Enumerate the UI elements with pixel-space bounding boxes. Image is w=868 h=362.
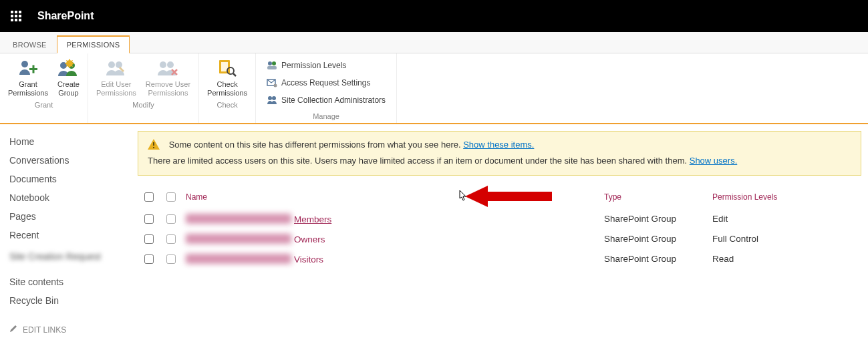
ribbon-group-label-grant: Grant bbox=[35, 100, 53, 110]
notice-line2-text: There are limited access users on this s… bbox=[148, 156, 690, 166]
group-link-owners[interactable]: Owners bbox=[294, 234, 325, 244]
tab-browse[interactable]: BROWSE bbox=[3, 36, 57, 53]
row-secondary-checkbox[interactable] bbox=[166, 234, 176, 244]
svg-point-18 bbox=[268, 96, 272, 100]
access-request-settings-link[interactable]: Access Request Settings bbox=[264, 75, 388, 91]
edit-links-button[interactable]: EDIT LINKS bbox=[9, 319, 138, 340]
svg-point-14 bbox=[272, 61, 276, 65]
check-label-2: Permissions bbox=[207, 89, 247, 98]
sidebar-item-home[interactable]: Home bbox=[9, 132, 138, 151]
show-these-items-link[interactable]: Show these items. bbox=[463, 140, 534, 150]
brand-title: SharePoint bbox=[37, 10, 94, 22]
remove-user-permissions-button[interactable]: Remove User Permissions bbox=[143, 56, 193, 98]
edit-user-label-2: Permissions bbox=[96, 89, 136, 98]
sidebar-item-conversations[interactable]: Conversations bbox=[9, 151, 138, 170]
ribbon-group-modify: Edit User Permissions Remove User Permis… bbox=[88, 53, 199, 123]
row-checkbox[interactable] bbox=[144, 214, 154, 224]
show-users-link[interactable]: Show users. bbox=[690, 156, 738, 166]
remove-user-label-1: Remove User bbox=[146, 80, 190, 89]
suite-bar: SharePoint bbox=[0, 0, 868, 32]
svg-point-7 bbox=[160, 61, 166, 68]
select-all-secondary-checkbox[interactable] bbox=[166, 192, 176, 202]
check-label-1: Check bbox=[216, 80, 237, 89]
row-secondary-checkbox[interactable] bbox=[166, 254, 176, 264]
svg-point-6 bbox=[116, 61, 122, 68]
row-type: SharePoint Group bbox=[600, 249, 708, 269]
sidebar-item-pages[interactable]: Pages bbox=[9, 207, 138, 226]
sidebar-item-recent[interactable]: Recent bbox=[9, 226, 138, 244]
table-row: MembersSharePoint GroupEdit bbox=[138, 209, 861, 229]
access-request-icon bbox=[267, 77, 277, 88]
pencil-icon bbox=[9, 325, 17, 335]
svg-point-13 bbox=[268, 61, 272, 65]
permissions-table: Name Type Permission Levels MembersShare… bbox=[138, 188, 861, 269]
row-secondary-checkbox[interactable] bbox=[166, 214, 176, 224]
sidebar-item-recycle-bin[interactable]: Recycle Bin bbox=[9, 291, 138, 310]
svg-rect-20 bbox=[153, 142, 154, 146]
check-permissions-icon bbox=[216, 57, 238, 79]
svg-line-12 bbox=[233, 73, 236, 76]
sidebar-item-documents[interactable]: Documents bbox=[9, 170, 138, 188]
ribbon-group-check: Check Permissions Check bbox=[199, 53, 256, 123]
col-header-perm[interactable]: Permission Levels bbox=[708, 188, 861, 209]
sidebar-item-site-creation-request[interactable]: Site Creation Request bbox=[9, 247, 138, 266]
grant-permissions-label-1: Grant bbox=[19, 80, 37, 89]
row-permission-level: Edit bbox=[708, 209, 861, 229]
grant-permissions-icon bbox=[17, 57, 39, 79]
edit-links-label: EDIT LINKS bbox=[23, 325, 66, 335]
create-group-label-1: Create bbox=[57, 80, 80, 89]
svg-point-17 bbox=[274, 84, 277, 87]
table-row: OwnersSharePoint GroupFull Control bbox=[138, 229, 861, 249]
svg-rect-15 bbox=[267, 66, 277, 69]
waffle-icon bbox=[11, 11, 21, 21]
permission-levels-link[interactable]: Permission Levels bbox=[264, 57, 388, 73]
table-row: VisitorsSharePoint GroupRead bbox=[138, 249, 861, 269]
group-link-visitors[interactable]: Visitors bbox=[294, 254, 323, 264]
edit-user-permissions-button[interactable]: Edit User Permissions bbox=[94, 56, 139, 98]
group-link-members[interactable]: Members bbox=[294, 214, 331, 224]
permissions-notice: Some content on this site has different … bbox=[138, 131, 861, 176]
site-collection-admins-link[interactable]: Site Collection Administrators bbox=[264, 92, 388, 108]
ribbon-group-manage: Permission Levels Access Request Setting… bbox=[256, 53, 397, 123]
row-permission-level: Read bbox=[708, 249, 861, 269]
notice-line1-text: Some content on this site has different … bbox=[169, 140, 464, 150]
group-name-redacted bbox=[186, 254, 291, 264]
check-permissions-button[interactable]: Check Permissions bbox=[204, 56, 250, 98]
sidebar-item-notebook[interactable]: Notebook bbox=[9, 188, 138, 207]
ribbon-group-label-check: Check bbox=[216, 100, 237, 110]
grant-permissions-label-2: Permissions bbox=[8, 89, 48, 98]
remove-user-label-2: Permissions bbox=[148, 89, 188, 98]
row-checkbox[interactable] bbox=[144, 254, 154, 264]
col-header-type[interactable]: Type bbox=[600, 188, 708, 209]
edit-user-label-1: Edit User bbox=[101, 80, 131, 89]
sidebar-item-site-contents[interactable]: Site contents bbox=[9, 273, 138, 291]
edit-user-icon bbox=[106, 57, 127, 79]
grant-permissions-button[interactable]: Grant Permissions bbox=[5, 56, 51, 98]
select-all-checkbox[interactable] bbox=[144, 192, 154, 202]
svg-rect-2 bbox=[32, 65, 34, 73]
svg-point-19 bbox=[272, 96, 276, 100]
group-name-redacted bbox=[186, 234, 291, 244]
app-launcher-button[interactable] bbox=[0, 0, 32, 32]
row-permission-level: Full Control bbox=[708, 229, 861, 249]
create-group-label-2: Group bbox=[58, 89, 79, 98]
remove-user-icon bbox=[157, 57, 178, 79]
ribbon-tabstrip: BROWSE PERMISSIONS bbox=[0, 32, 868, 53]
main-content: Some content on this site has different … bbox=[138, 124, 868, 348]
row-type: SharePoint Group bbox=[600, 229, 708, 249]
tab-permissions[interactable]: PERMISSIONS bbox=[57, 35, 130, 53]
col-header-name[interactable]: Name bbox=[182, 188, 600, 209]
ribbon-group-label-modify: Modify bbox=[132, 100, 154, 110]
ribbon-group-label-manage: Manage bbox=[313, 111, 339, 122]
svg-point-0 bbox=[21, 61, 28, 67]
ribbon: Grant Permissions Create Group Grant bbox=[0, 53, 868, 124]
svg-rect-21 bbox=[153, 147, 154, 148]
warning-icon bbox=[148, 139, 160, 154]
row-checkbox[interactable] bbox=[144, 234, 154, 244]
site-collection-admins-label: Site Collection Administrators bbox=[281, 94, 386, 107]
create-group-button[interactable]: Create Group bbox=[55, 56, 82, 98]
ribbon-group-grant: Grant Permissions Create Group Grant bbox=[0, 53, 88, 123]
create-group-icon bbox=[57, 57, 79, 79]
row-type: SharePoint Group bbox=[600, 209, 708, 229]
access-request-label: Access Request Settings bbox=[281, 76, 370, 89]
